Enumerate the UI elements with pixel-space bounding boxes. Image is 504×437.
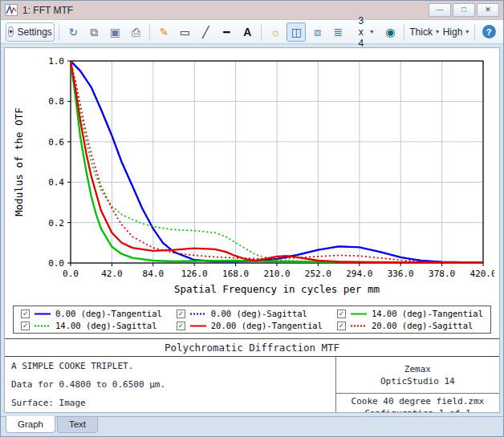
file-name: Cooke 40 degree field.zmx [352, 396, 485, 407]
legend-item[interactable]: ✓20.00 (deg)-Sagittal [337, 321, 483, 330]
legend-item-label: 14.00 (deg)-Tangential [372, 309, 483, 318]
check-icon: ✓ [339, 310, 343, 318]
mtf-chart[interactable]: 0.042.084.0126.0168.0210.0252.0294.0336.… [10, 53, 494, 305]
horizontal-line-tool-button[interactable]: ━ [217, 22, 236, 42]
rectangle-tool-button[interactable]: ▭ [175, 22, 194, 42]
legend-checkbox[interactable]: ✓ [177, 322, 185, 330]
svg-text:1.0: 1.0 [48, 56, 64, 67]
legend-item[interactable]: ✓0.00 (deg)-Tangential [21, 309, 162, 318]
svg-text:0.0: 0.0 [48, 258, 64, 269]
legend-item[interactable]: ✓14.00 (deg)-Sagittal [21, 321, 162, 330]
toolbar-separator [261, 24, 262, 40]
configuration-label: Configuration 1 of 1 [364, 408, 470, 413]
text-icon: A [243, 26, 251, 38]
toolbar-separator [474, 24, 475, 40]
quality-dropdown[interactable]: High▾ [441, 22, 470, 42]
grid-size-dropdown-label: 3 x 4 [355, 15, 367, 49]
copy-button[interactable]: ⧉ [84, 22, 104, 42]
settings-button-label: Settings [18, 26, 52, 38]
svg-text:Modulus of the OTF: Modulus of the OTF [13, 107, 25, 216]
text-tool-button[interactable]: A [238, 22, 257, 42]
rectangle-icon: ▭ [180, 26, 190, 38]
check-icon: ✓ [178, 322, 183, 330]
info-right-column: Zemax OpticStudio 14 Cooke 40 degree fie… [336, 357, 499, 413]
legend-item-label: 20.00 (deg)-Sagittal [372, 321, 473, 330]
legend-item-label: 20.00 (deg)-Tangential [211, 321, 323, 330]
legend-checkbox[interactable]: ✓ [177, 310, 185, 318]
split-window-button[interactable]: ◫ [287, 22, 306, 42]
wavelength-range: Data for 0.4800 to 0.6500 µm. [11, 379, 329, 390]
legend-item-label: 14.00 (deg)-Sagittal [55, 321, 156, 330]
svg-text:294.0: 294.0 [346, 269, 372, 279]
svg-text:0.8: 0.8 [48, 96, 64, 107]
record-button[interactable]: ◉ [380, 22, 400, 42]
legend-item[interactable]: ✓14.00 (deg)-Tangential [337, 309, 483, 318]
quality-dropdown-label: High [443, 26, 463, 38]
report-title: Polychromatic Diffraction MTF [5, 338, 499, 357]
check-icon: ✓ [339, 322, 343, 330]
svg-text:336.0: 336.0 [388, 269, 414, 279]
fft-mtf-window: 1: FFT MTF — □ ✕ ▾Settings↻⧉▣⎙✎▭╱━A☼◫⧈≣3… [0, 0, 504, 437]
maximize-button[interactable]: □ [453, 3, 475, 17]
legend-line-sample [189, 322, 207, 330]
copy-icon: ⧉ [90, 26, 98, 38]
print-button[interactable]: ⎙ [126, 22, 145, 42]
chevron-down-icon: ▾ [465, 28, 469, 35]
file-cell: Cooke 40 degree field.zmx Configuration … [336, 394, 499, 413]
layers-button[interactable]: ≣ [328, 22, 348, 42]
legend-item-label: 0.00 (deg)-Tangential [55, 309, 162, 318]
svg-text:0.6: 0.6 [48, 137, 64, 148]
copy-window-button[interactable]: ⧈ [307, 22, 327, 42]
pencil-icon: ✎ [159, 26, 169, 38]
help-icon: ? [482, 25, 496, 38]
toolbar: ▾Settings↻⧉▣⎙✎▭╱━A☼◫⧈≣3 x 4▾◉Thick▾High▾… [1, 20, 503, 44]
brand-cell: Zemax OpticStudio 14 [336, 357, 499, 394]
legend-line-sample [350, 322, 368, 330]
help-button[interactable]: ? [479, 22, 498, 42]
settings-button[interactable]: ▾Settings [6, 22, 55, 42]
svg-text:168.0: 168.0 [222, 269, 249, 279]
legend-line-sample [34, 322, 51, 330]
brand-product: OpticStudio 14 [380, 376, 455, 386]
legend-checkbox[interactable]: ✓ [337, 310, 346, 318]
legend-item[interactable]: ✓20.00 (deg)-Tangential [177, 321, 323, 330]
svg-text:0.0: 0.0 [63, 269, 79, 279]
check-icon: ✓ [178, 310, 183, 318]
svg-text:210.0: 210.0 [263, 269, 290, 279]
svg-text:126.0: 126.0 [181, 269, 208, 279]
legend-checkbox[interactable]: ✓ [21, 322, 30, 330]
chevron-down-icon: ▾ [436, 28, 439, 35]
refresh-button[interactable]: ↻ [63, 22, 83, 42]
tab-text[interactable]: Text [57, 417, 98, 433]
lamp-button[interactable]: ☼ [266, 22, 285, 42]
legend-item[interactable]: ✓0.00 (deg)-Sagittal [177, 309, 323, 318]
split-window-icon: ◫ [291, 26, 302, 38]
svg-text:42.0: 42.0 [101, 269, 123, 279]
mtf-plot-svg: 0.042.084.0126.0168.0210.0252.0294.0336.… [10, 53, 494, 303]
grid-size-dropdown[interactable]: 3 x 4▾ [349, 22, 379, 42]
thickness-dropdown-label: Thick [409, 26, 433, 38]
toolbar-separator [59, 24, 59, 40]
brand-name: Zemax [404, 364, 431, 374]
save-image-button[interactable]: ▣ [105, 22, 124, 42]
titlebar[interactable]: 1: FFT MTF — □ ✕ [1, 1, 503, 20]
lamp-icon: ☼ [270, 26, 281, 38]
line-tool-button[interactable]: ╱ [196, 22, 215, 42]
window-frame-icon: ⧈ [314, 26, 321, 38]
svg-text:378.0: 378.0 [429, 269, 455, 279]
pencil-tool-button[interactable]: ✎ [154, 22, 173, 42]
minimize-button[interactable]: — [429, 3, 451, 17]
info-table: A SIMPLE COOKE TRIPLET. Data for 0.4800 … [5, 357, 499, 413]
tab-graph[interactable]: Graph [6, 416, 55, 433]
thickness-dropdown[interactable]: Thick▾ [408, 22, 440, 42]
save-icon: ▣ [110, 26, 120, 38]
legend-line-sample [189, 310, 207, 318]
check-icon: ✓ [23, 310, 28, 318]
legend-checkbox[interactable]: ✓ [337, 322, 346, 330]
surface-label: Surface: Image [11, 398, 329, 408]
close-button[interactable]: ✕ [477, 3, 499, 17]
svg-text:84.0: 84.0 [143, 269, 165, 279]
window-title: 1: FFT MTF [22, 5, 73, 16]
svg-text:Spatial Frequency in cycles pe: Spatial Frequency in cycles per mm [174, 283, 380, 295]
legend-checkbox[interactable]: ✓ [21, 310, 30, 318]
